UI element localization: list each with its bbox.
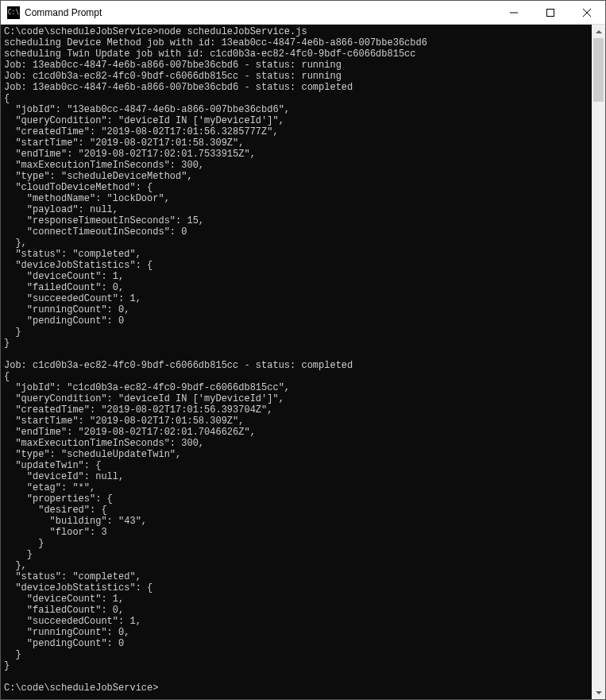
console-output[interactable]: C:\code\scheduleJobService>node schedule… [1,25,592,699]
log-line: scheduling Device Method job with id: 13… [4,37,427,48]
svg-marker-4 [596,30,602,33]
prompt: C:\code\scheduleJobService> [4,26,158,37]
svg-marker-5 [596,691,602,694]
svg-rect-1 [547,9,554,16]
log-line: Job: 13eab0cc-4847-4e6b-a866-007bbe36cbd… [4,60,342,71]
window-title: Command Prompt [25,7,496,18]
console-area: C:\code\scheduleJobService>node schedule… [1,25,605,699]
window-controls [496,1,605,24]
scroll-up-arrow-icon[interactable] [592,25,605,38]
minimize-button[interactable] [496,1,532,24]
job-json-output: { "jobId": "c1cd0b3a-ec82-4fc0-9bdf-c606… [4,371,290,671]
job-status-line: Job: c1cd0b3a-ec82-4fc0-9bdf-c6066db815c… [4,360,353,371]
scroll-down-arrow-icon[interactable] [592,686,605,699]
titlebar[interactable]: C:\ Command Prompt [1,1,605,25]
job-json-output: { "jobId": "13eab0cc-4847-4e6b-a866-007b… [4,93,290,349]
close-button[interactable] [569,1,605,24]
command-text: node scheduleJobService.js [158,26,307,37]
log-line: Job: c1cd0b3a-ec82-4fc0-9bdf-c6066db815c… [4,71,342,82]
log-line: scheduling Twin Update job with id: c1cd… [4,48,415,60]
command-prompt-icon: C:\ [7,6,20,19]
log-line: Job: 13eab0cc-4847-4e6b-a866-007bbe36cbd… [4,82,353,93]
prompt: C:\code\scheduleJobService> [4,683,158,694]
maximize-button[interactable] [532,1,569,24]
vertical-scrollbar[interactable] [592,25,605,699]
command-prompt-window: C:\ Command Prompt C:\code\scheduleJobSe… [0,0,606,700]
scroll-thumb[interactable] [593,38,604,102]
